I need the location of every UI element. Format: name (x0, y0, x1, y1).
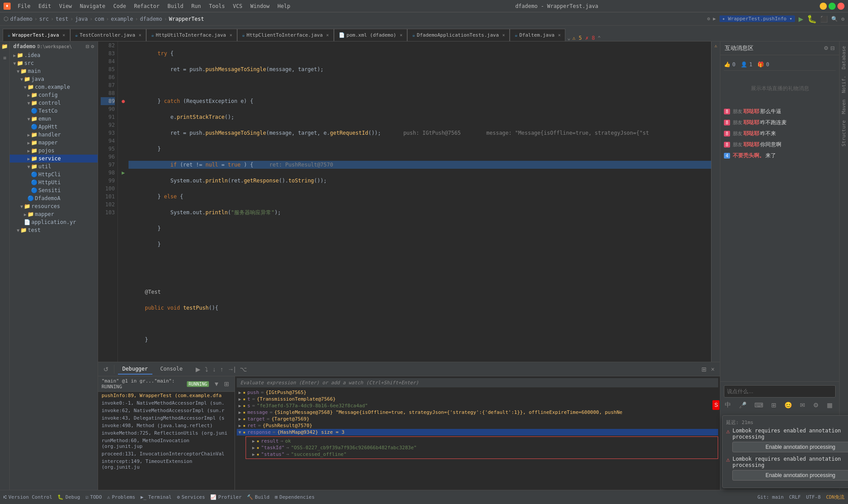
tree-item-testco[interactable]: 🔵TestCo (10, 107, 98, 115)
status-terminal[interactable]: ▶_ Terminal (140, 494, 171, 500)
tree-item-httpcli[interactable]: 🔵HttpCli (10, 171, 98, 178)
close-tab6-icon[interactable]: × (502, 33, 505, 38)
stop-button[interactable]: ⬛ (820, 15, 828, 23)
export-btn[interactable]: ⊞ (222, 379, 231, 388)
var-message[interactable]: ▶ ▪ message = {SingleMessage@7568} "Mess… (237, 409, 718, 416)
settings-button[interactable]: ⚙ (841, 16, 844, 22)
structure-icon[interactable]: ≡ (3, 55, 6, 61)
tree-item-emun[interactable]: ▼📁emun (10, 115, 98, 123)
maven-tab[interactable]: Maven (840, 97, 848, 117)
menu-run[interactable]: Run (188, 2, 204, 10)
more-tabs-button[interactable]: ⌄ (565, 35, 572, 41)
var-push[interactable]: ▶ ▪ push = {IGtPush@7565} (237, 389, 718, 396)
chat-tool-settings[interactable]: ⚙ (810, 400, 822, 410)
tree-item-test[interactable]: ▼📁test (10, 226, 98, 234)
run-to-cursor-button[interactable]: →| (226, 365, 237, 374)
debug-tab-console[interactable]: Console (156, 364, 187, 375)
tree-item-mapper2[interactable]: ▶📁mapper (10, 210, 98, 218)
chat-tool-emoji[interactable]: 😊 (782, 400, 795, 410)
tree-item-mapper[interactable]: ▶📁mapper (10, 139, 98, 147)
structure-tab[interactable]: Structure (840, 117, 848, 149)
tree-item-control[interactable]: ▼📁control (10, 99, 98, 107)
stack-frame-4[interactable]: invoke:498, Method (java.lang.reflect) (98, 422, 235, 429)
menu-file[interactable]: File (14, 2, 34, 10)
var-response[interactable]: ▼ ▪ response = {HashMap@9342} size = 3 (237, 429, 718, 436)
status-services[interactable]: ⚙ Services (177, 494, 205, 500)
menu-refactor[interactable]: Refactor (130, 2, 163, 10)
expand-icon[interactable]: ⌃ (598, 35, 601, 41)
status-problems[interactable]: ⚠ Problems (107, 494, 136, 500)
evaluate-button[interactable]: ⌥ (238, 365, 249, 374)
database-tab[interactable]: Database (840, 43, 848, 72)
breadcrumb-dfademo[interactable]: dfademo (140, 16, 163, 22)
chat-tool-mail[interactable]: ✉ (797, 400, 808, 410)
tree-item-dfademoa[interactable]: 🔵DfademoA (10, 194, 98, 202)
tree-item-handler[interactable]: ▶📁handler (10, 131, 98, 139)
close-tab4-icon[interactable]: × (326, 33, 329, 38)
chat-tool-grid[interactable]: ⊞ (768, 400, 779, 410)
stack-frame-7[interactable]: proceed:131, InvocationInterceptorChainV… (98, 450, 235, 458)
tree-item-util[interactable]: ▼📁util (10, 163, 98, 171)
stack-frame-1[interactable]: invoke0:-1, NativeMethodAccessorImpl (su… (98, 399, 235, 407)
expression-hint[interactable]: Evaluate expression (Enter) or add a wat… (237, 378, 718, 387)
step-into-button[interactable]: ↓ (211, 365, 217, 374)
tree-item-sensiti[interactable]: 🔵Sensiti (10, 186, 98, 194)
status-dependencies[interactable]: ⊞ Dependencies (275, 494, 314, 500)
tab-testcontroller[interactable]: ☕ TestController.java × (70, 29, 147, 41)
var-target[interactable]: ▶ ▪ target = {Target@7569} (237, 416, 718, 422)
chat-tool-zh[interactable]: 中 (722, 400, 734, 410)
tree-item-config[interactable]: ▶📁config (10, 91, 98, 99)
close-tab7-icon[interactable]: × (558, 33, 560, 38)
search-button[interactable]: 🔍 (831, 16, 838, 22)
breadcrumb-class[interactable]: WrapperTest (169, 16, 204, 22)
menu-help[interactable]: Help (274, 2, 294, 10)
status-vcs[interactable]: ⑆ Version Control (4, 494, 52, 500)
var-status[interactable]: ▶ ▪ "status" → "successed_offline" (250, 451, 717, 458)
stack-frame-2[interactable]: invoke:62, NativeMethodAccessorImpl (sun… (98, 407, 235, 414)
tab-pom[interactable]: 📄 pom.xml (dfademo) × (334, 29, 408, 41)
chat-tool-mic[interactable]: 🎤 (736, 400, 749, 410)
close-tab3-icon[interactable]: × (230, 33, 232, 38)
chat-tool-app[interactable]: ▦ (824, 400, 835, 410)
stack-frame-6[interactable]: runMethod:60, MethodInvocation (org.juni… (98, 437, 235, 450)
breadcrumb-project[interactable]: dfademo (10, 16, 33, 22)
chat-tool-keyboard[interactable]: ⌨ (752, 400, 766, 410)
chat-tool-s[interactable]: S (712, 400, 719, 410)
debug-tab-debugger[interactable]: Debugger (118, 364, 152, 375)
status-utf8[interactable]: UTF-8 (806, 494, 821, 500)
lombok-enable-btn-0[interactable]: Enable annotation processing (732, 442, 848, 452)
breadcrumb-java[interactable]: java (75, 16, 88, 22)
close-button[interactable] (837, 3, 844, 10)
close-tab-icon[interactable]: × (63, 33, 65, 38)
close-tab5-icon[interactable]: × (400, 33, 402, 38)
tree-item-com-example[interactable]: ▼📁com.example (10, 83, 98, 91)
stack-frame-5[interactable]: invokeMethod:725, ReflectionUtils (org.j… (98, 429, 235, 437)
breadcrumb-test[interactable]: test (56, 16, 68, 22)
status-build[interactable]: 🔨 Build (247, 494, 269, 500)
menu-code[interactable]: Code (110, 2, 130, 10)
code-text[interactable]: try { ret = push.pushMessageToSingle(mes… (129, 42, 711, 362)
var-t[interactable]: ▶ ▪ t = {TransmissionTemplate@7566} (237, 396, 718, 402)
status-git[interactable]: Git: main (757, 494, 784, 500)
minimize-button[interactable] (820, 3, 827, 10)
close-debug-button[interactable]: × (709, 365, 716, 374)
tree-item-idea[interactable]: ▶📁.idea (10, 51, 98, 59)
stack-frame-8[interactable]: intercept:149, TimeoutExtension (org.jun… (98, 458, 235, 471)
tree-item-apphtt[interactable]: 🔵AppHtt (10, 123, 98, 131)
maximize-button[interactable] (829, 3, 836, 10)
menu-window[interactable]: Window (247, 2, 273, 10)
close-tab2-icon[interactable]: × (139, 33, 141, 38)
var-result[interactable]: ▶ ▪ result → ok (250, 438, 717, 444)
panel-settings-button[interactable]: ⚙ (824, 45, 829, 51)
stack-frame-0[interactable]: pushInfo:89, WrapperTest (com.example.df… (98, 392, 235, 399)
menu-vcs[interactable]: VCS (229, 2, 246, 10)
tab-wrappertest[interactable]: ☕ WrapperTest.java × (3, 29, 70, 41)
resume-button[interactable]: ▶ (194, 365, 202, 374)
settings-tree-icon[interactable]: ⚙ (91, 43, 94, 49)
collapse-all-icon[interactable]: ⊟ (86, 43, 89, 49)
chat-input[interactable] (724, 385, 836, 398)
tree-item-httputi[interactable]: 🔵HttpUti (10, 178, 98, 186)
menu-edit[interactable]: Edit (35, 2, 55, 10)
panel-detach-button[interactable]: ⊟ (830, 45, 835, 51)
tree-item-src[interactable]: ▼📁src (10, 59, 98, 67)
